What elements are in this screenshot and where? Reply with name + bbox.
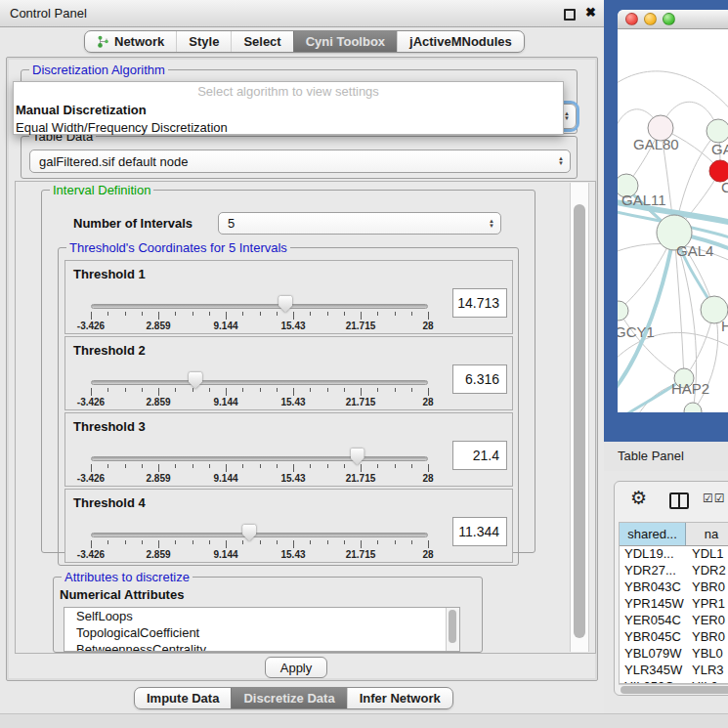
table-row[interactable]: YDR27...YDR2 <box>620 562 728 578</box>
tab-discretize-data[interactable]: Discretize Data <box>231 688 346 708</box>
cyni-toolbox-panel: Discretization Algorithm ▲▼ Table Data g… <box>6 57 598 681</box>
threshold-value-field[interactable]: 6.316 <box>452 364 507 394</box>
table-cell-shared-name[interactable]: YBR045C <box>620 629 686 644</box>
table-cell-name[interactable]: YBR0 <box>686 579 728 594</box>
table-row[interactable]: YLR345WYLR3 <box>620 662 728 678</box>
settings-gear-icon[interactable]: ⚙ <box>630 489 647 507</box>
tick-mark <box>107 464 108 468</box>
network-view-window: GAL80GACGAL11GAL4GCY1HHAP2 <box>618 10 728 412</box>
tick-mark <box>277 388 278 392</box>
vertical-scrollbar[interactable] <box>570 183 589 652</box>
tick-mark <box>411 540 412 544</box>
network-node[interactable] <box>684 403 702 412</box>
group-label: Threshold's Coordinates for 5 Intervals <box>66 240 290 255</box>
tab-label: jActiveMNodules <box>409 34 512 49</box>
table-cell-name[interactable]: YBL0 <box>686 646 728 661</box>
tick-mark <box>428 312 429 320</box>
table-row[interactable]: YIL052CYIL0 <box>620 678 728 683</box>
select-columns-icon[interactable]: ☑☑ <box>703 492 726 505</box>
slider-ticks: -3.4262.8599.14415.4321.71528 <box>65 413 512 486</box>
tick-mark <box>158 540 159 548</box>
column-header-name[interactable]: na <box>686 523 728 545</box>
table-row[interactable]: YBR045CYBR0 <box>620 628 728 645</box>
float-window-icon[interactable] <box>564 9 576 21</box>
table-row[interactable]: YBR043CYBR0 <box>620 578 728 595</box>
table-cell-name[interactable]: YBR0 <box>686 629 728 644</box>
apply-button[interactable]: Apply <box>265 657 327 678</box>
list-scrollbar[interactable] <box>446 608 459 651</box>
tab-style[interactable]: Style <box>176 31 231 52</box>
table-cell-shared-name[interactable]: YPR145W <box>620 596 686 611</box>
attribute-list-item[interactable]: TopologicalCoefficient <box>64 624 459 641</box>
slider-thumb[interactable] <box>189 372 202 389</box>
slider-thumb[interactable] <box>351 449 364 465</box>
table-row[interactable]: YDL19...YDL1 <box>620 545 728 562</box>
table-rows: YDL19...YDL1YDR27...YDR2YBR043CYBR0YPR14… <box>620 545 728 683</box>
threshold-panel: Threshold 1-3.4262.8599.14415.4321.71528… <box>64 260 513 334</box>
tab-label: Impute Data <box>147 691 219 706</box>
threshold-value-field[interactable]: 11.344 <box>452 517 507 546</box>
table-cell-shared-name[interactable]: YBL079W <box>620 646 686 661</box>
node-label: GAL80 <box>633 136 679 152</box>
close-icon[interactable]: ✖ <box>585 5 596 20</box>
tab-label: Style <box>189 34 219 49</box>
tab-cyni-toolbox[interactable]: Cyni Toolbox <box>293 31 397 52</box>
tab-network[interactable]: Network <box>85 31 176 52</box>
scrollbar-thumb[interactable] <box>621 686 728 694</box>
table-cell-name[interactable]: YPR1 <box>686 596 728 611</box>
attribute-list-item[interactable]: BetweennessCentrality <box>64 641 459 652</box>
threshold-value-field[interactable]: 14.713 <box>452 288 507 318</box>
table-cell-shared-name[interactable]: YLR345W <box>620 663 686 677</box>
table-data-combobox[interactable]: galFiltered.sif default node ▲▼ <box>29 150 571 173</box>
network-canvas[interactable]: GAL80GACGAL11GAL4GCY1HHAP2 <box>618 29 728 412</box>
table-cell-name[interactable]: YDL1 <box>686 546 728 561</box>
dropdown-option-manual-discretization[interactable]: Manual Discretization <box>14 101 563 118</box>
thresholds-group: Threshold's Coordinates for 5 Intervals … <box>58 247 519 566</box>
split-columns-icon[interactable] <box>669 492 689 509</box>
tab-select[interactable]: Select <box>231 31 292 52</box>
number-of-intervals-combobox[interactable]: 5 ▲▼ <box>218 212 501 235</box>
table-row[interactable]: YBL079WYBL0 <box>620 645 728 662</box>
slider-thumb[interactable] <box>278 296 292 313</box>
table-cell-name[interactable]: YLR3 <box>686 663 728 677</box>
column-header-shared-name[interactable]: shared... <box>620 523 686 545</box>
tick-mark <box>209 464 210 468</box>
slider-thumb[interactable] <box>242 525 256 541</box>
table-row[interactable]: YPR145WYPR1 <box>620 595 728 612</box>
table-cell-shared-name[interactable]: YDL19... <box>620 546 686 561</box>
network-node[interactable] <box>618 301 628 321</box>
dropdown-option-equal-width-frequency[interactable]: Equal Width/Frequency Discretization <box>14 118 563 136</box>
network-node[interactable] <box>707 119 728 143</box>
minimize-traffic-light[interactable] <box>644 13 657 25</box>
table-cell-name[interactable]: YIL0 <box>686 679 728 683</box>
threshold-value-field[interactable]: 21.4 <box>452 441 507 470</box>
tick-mark <box>226 540 227 548</box>
dropdown-placeholder-item[interactable]: Select algorithm to view settings <box>14 82 563 101</box>
tab-infer-network[interactable]: Infer Network <box>347 688 452 708</box>
table-cell-shared-name[interactable]: YER054C <box>620 613 686 627</box>
node-table: shared... na YDL19...YDL1YDR27...YDR2YBR… <box>619 522 728 684</box>
horizontal-scrollbar[interactable] <box>619 684 728 695</box>
attribute-list-item[interactable]: SelfLoops <box>64 608 459 624</box>
table-cell-shared-name[interactable]: YBR043C <box>620 579 686 594</box>
scrollbar-thumb[interactable] <box>449 610 456 643</box>
table-cell-shared-name[interactable]: YDR27... <box>620 563 686 578</box>
tab-jactivemnodules[interactable]: jActiveMNodules <box>397 31 524 52</box>
tick-mark <box>310 312 311 316</box>
tick-mark <box>260 388 261 392</box>
zoom-traffic-light[interactable] <box>663 13 675 25</box>
tick-mark <box>209 388 210 392</box>
table-cell-shared-name[interactable]: YIL052C <box>620 679 686 683</box>
tick-mark <box>142 540 143 544</box>
close-traffic-light[interactable] <box>625 13 638 25</box>
numerical-attributes-list[interactable]: SelfLoopsTopologicalCoefficientBetweenne… <box>64 607 460 652</box>
tick-mark <box>411 464 412 468</box>
table-cell-name[interactable]: YDR2 <box>686 563 728 578</box>
tab-impute-data[interactable]: Impute Data <box>135 688 231 708</box>
scrollbar-thumb[interactable] <box>574 204 585 638</box>
table-row[interactable]: YER054CYER0 <box>620 612 728 628</box>
node-label: GA <box>711 141 728 157</box>
tick-mark <box>428 388 429 396</box>
table-cell-name[interactable]: YER0 <box>686 613 728 627</box>
tick-mark <box>395 540 396 544</box>
